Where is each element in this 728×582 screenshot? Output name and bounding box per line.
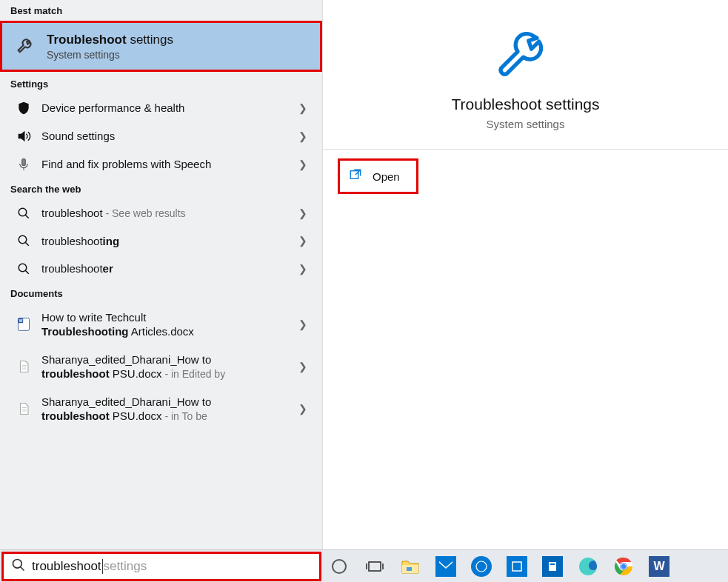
chevron-right-icon: ❯ (298, 207, 315, 219)
search-ghost-text: settings (104, 559, 147, 574)
svg-rect-13 (439, 561, 453, 572)
edge-icon[interactable] (570, 550, 606, 583)
speaker-icon (13, 129, 34, 144)
web-item-troubleshoot[interactable]: troubleshoot - See web results ❯ (0, 199, 322, 227)
wrench-icon (16, 35, 36, 58)
chrome-icon[interactable] (606, 550, 641, 583)
svg-rect-16 (512, 562, 521, 571)
web-item-troubleshooter[interactable]: troubleshooter ❯ (0, 255, 322, 283)
search-input-text: troubleshoot (32, 559, 101, 574)
file-icon (13, 401, 34, 417)
search-icon (11, 558, 26, 575)
svg-point-14 (475, 560, 488, 573)
cortana-icon[interactable] (321, 550, 357, 583)
svg-rect-12 (407, 567, 412, 571)
settings-item-speech[interactable]: Find and fix problems with Speech ❯ (0, 150, 322, 178)
mail-icon[interactable] (428, 550, 464, 583)
dell-icon[interactable] (464, 550, 499, 583)
chevron-right-icon: ❯ (298, 158, 315, 170)
taskbar: troubleshoot settings W (0, 549, 728, 582)
svg-rect-18 (550, 563, 555, 565)
taskbar-search[interactable]: troubleshoot settings (1, 552, 321, 581)
doc-item-3[interactable]: Sharanya_edited_Dharani_How to troublesh… (0, 388, 322, 430)
preview-title: Troubleshoot settings (338, 96, 713, 113)
best-match-title: Troubleshoot settings (47, 33, 173, 47)
wrench-icon (338, 19, 713, 88)
best-match-subtitle: System settings (47, 49, 173, 61)
section-best-match: Best match (0, 0, 322, 21)
chevron-right-icon: ❯ (298, 318, 315, 330)
search-icon (13, 207, 34, 220)
file-icon (13, 358, 34, 375)
chevron-right-icon: ❯ (298, 102, 315, 114)
shield-icon (13, 101, 34, 116)
app-tile-2-icon[interactable] (535, 550, 570, 583)
svg-rect-7 (350, 171, 358, 179)
word-icon[interactable]: W (641, 550, 677, 583)
svg-point-23 (621, 563, 626, 568)
svg-point-8 (13, 559, 22, 568)
doc-item-1[interactable]: W How to write Techcult Troubleshooting … (0, 304, 322, 346)
svg-rect-10 (369, 562, 381, 571)
microphone-icon (13, 157, 34, 172)
chevron-right-icon: ❯ (298, 403, 315, 415)
svg-rect-17 (549, 562, 556, 571)
svg-point-2 (19, 236, 27, 244)
preview-panel: Troubleshoot settings System settings Op… (323, 0, 728, 549)
file-explorer-icon[interactable] (393, 550, 428, 583)
section-settings: Settings (0, 73, 322, 94)
search-results-panel: Best match Troubleshoot settings System … (0, 0, 323, 549)
section-search-web: Search the web (0, 178, 322, 199)
svg-rect-0 (22, 159, 26, 166)
search-icon (13, 234, 34, 247)
open-icon (349, 168, 362, 184)
chevron-right-icon: ❯ (298, 361, 315, 372)
word-doc-icon: W (13, 316, 34, 332)
section-documents: Documents (0, 283, 322, 304)
doc-item-2[interactable]: Sharanya_edited_Dharani_How to troublesh… (0, 346, 322, 388)
svg-point-9 (333, 560, 346, 573)
settings-item-device-performance[interactable]: Device performance & health ❯ (0, 94, 322, 122)
svg-text:W: W (19, 318, 23, 323)
settings-item-sound[interactable]: Sound settings ❯ (0, 122, 322, 150)
web-item-troubleshooting[interactable]: troubleshooting ❯ (0, 227, 322, 255)
chevron-right-icon: ❯ (298, 263, 315, 275)
search-icon (13, 262, 34, 275)
svg-point-1 (19, 208, 27, 216)
task-view-icon[interactable] (357, 550, 393, 583)
chevron-right-icon: ❯ (298, 130, 315, 142)
svg-point-3 (19, 264, 27, 272)
best-match-result[interactable]: Troubleshoot settings System settings (0, 21, 322, 72)
app-tile-icon[interactable] (499, 550, 535, 583)
open-button[interactable]: Open (338, 158, 418, 194)
preview-subtitle: System settings (338, 118, 713, 130)
chevron-right-icon: ❯ (298, 235, 315, 247)
